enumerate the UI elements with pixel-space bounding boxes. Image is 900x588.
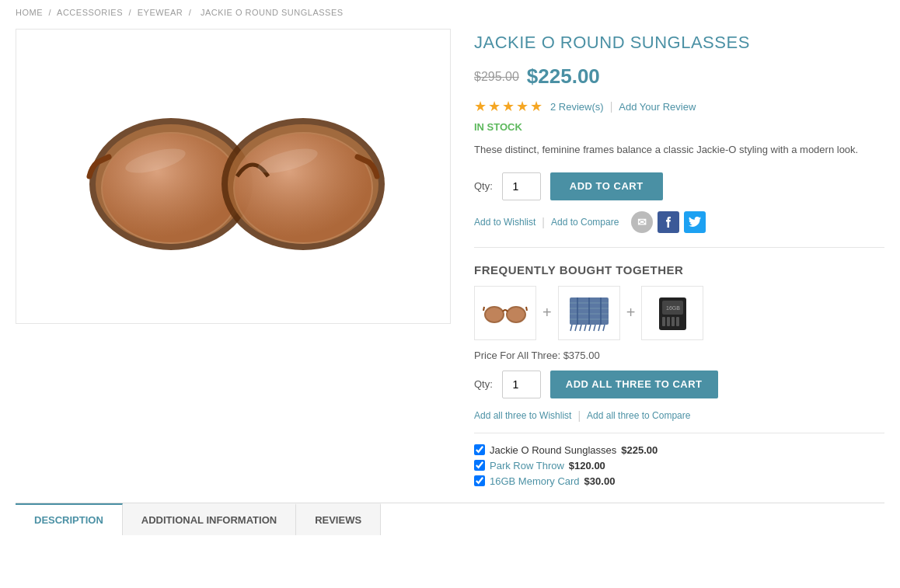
svg-text:16GB: 16GB <box>666 305 680 311</box>
fbt-plus-1: + <box>542 304 552 322</box>
tabs-section: DESCRIPTION ADDITIONAL INFORMATION REVIE… <box>16 503 884 535</box>
breadcrumb-eyewear[interactable]: EYEWEAR <box>138 8 183 17</box>
fbt-sunglasses-icon <box>482 297 528 329</box>
svg-line-24 <box>580 325 581 331</box>
svg-rect-32 <box>662 317 665 326</box>
breadcrumb-current: JACKIE O ROUND SUNGLASSES <box>201 8 344 17</box>
add-to-wishlist-link[interactable]: Add to Wishlist <box>474 217 535 228</box>
breadcrumb-sep-2: / <box>129 8 132 17</box>
tabs-nav: DESCRIPTION ADDITIONAL INFORMATION REVIE… <box>16 503 884 535</box>
email-share-icon[interactable]: ✉ <box>631 211 653 233</box>
fbt-checkbox-2[interactable] <box>474 460 485 471</box>
fbt-item-2-price: $120.00 <box>569 460 605 471</box>
price-wrap: $295.00 $225.00 <box>474 64 884 89</box>
product-layout: JACKIE O ROUND SUNGLASSES $295.00 $225.0… <box>16 29 884 487</box>
add-review-link[interactable]: Add Your Review <box>619 101 696 113</box>
breadcrumb-sep-1: / <box>49 8 52 17</box>
svg-line-23 <box>575 325 577 331</box>
svg-line-22 <box>570 325 572 331</box>
fbt-item-1 <box>474 286 536 340</box>
add-to-cart-button[interactable]: ADD TO CART <box>550 172 663 200</box>
fbt-title: FREQUENTLY BOUGHT TOGETHER <box>474 263 884 277</box>
breadcrumb-sep-3: / <box>189 8 192 17</box>
tab-reviews[interactable]: REVIEWS <box>296 503 381 535</box>
qty-cart-row: Qty: ADD TO CART <box>474 172 884 200</box>
fbt-action-links: Add all three to Wishlist | Add all thre… <box>474 409 884 433</box>
breadcrumb: HOME / ACCESSORIES / EYEWEAR / JACKIE O … <box>16 8 884 17</box>
svg-line-28 <box>598 325 600 331</box>
fbt-checkbox-row-2: Park Row Throw $120.00 <box>474 460 884 471</box>
product-info: JACKIE O ROUND SUNGLASSES $295.00 $225.0… <box>474 29 884 487</box>
breadcrumb-accessories[interactable]: ACCESSORIES <box>57 8 123 17</box>
fbt-price-row: Price For All Three: $375.00 <box>474 350 884 361</box>
facebook-share-icon[interactable] <box>658 211 679 233</box>
qty-input[interactable] <box>502 172 541 200</box>
fbt-item-2-link[interactable]: Park Row Throw <box>490 460 564 471</box>
fbt-section: FREQUENTLY BOUGHT TOGETHER <box>474 263 884 487</box>
fbt-products: + <box>474 286 884 340</box>
product-description: These distinct, feminine frames balance … <box>474 142 884 158</box>
fbt-throw-icon <box>566 294 612 332</box>
product-image-wrap <box>16 29 451 324</box>
product-title: JACKIE O ROUND SUNGLASSES <box>474 33 884 53</box>
review-separator: | <box>610 100 613 113</box>
svg-line-27 <box>594 325 595 331</box>
svg-rect-34 <box>672 317 675 326</box>
fbt-plus-2: + <box>626 304 636 322</box>
fbt-item-3-price: $30.00 <box>584 475 616 487</box>
fbt-item-3-link[interactable]: 16GB Memory Card <box>490 475 580 487</box>
svg-line-29 <box>603 325 605 331</box>
sunglasses-illustration <box>78 75 389 277</box>
price-new: $225.00 <box>527 64 600 89</box>
svg-rect-35 <box>676 317 679 326</box>
wishlist-compare-separator: | <box>542 216 545 228</box>
fbt-qty-row: Qty: ADD ALL THREE TO CART <box>474 371 884 398</box>
add-all-to-cart-button[interactable]: ADD ALL THREE TO CART <box>550 371 718 398</box>
fbt-checkbox-1[interactable] <box>474 444 485 455</box>
qty-label: Qty: <box>474 180 493 192</box>
page-wrapper: HOME / ACCESSORIES / EYEWEAR / JACKIE O … <box>0 0 900 543</box>
add-all-to-compare-link[interactable]: Add all three to Compare <box>587 410 690 421</box>
tab-description[interactable]: DESCRIPTION <box>16 503 123 535</box>
svg-line-25 <box>584 325 586 331</box>
fbt-item-2 <box>558 286 620 340</box>
review-count: 2 Review(s) <box>550 101 604 113</box>
add-to-compare-link[interactable]: Add to Compare <box>551 217 619 228</box>
stock-status: IN STOCK <box>474 121 884 133</box>
svg-point-11 <box>486 308 503 322</box>
fbt-qty-input[interactable] <box>502 371 541 398</box>
fbt-checkbox-3[interactable] <box>474 475 485 486</box>
fbt-link-separator: | <box>577 409 581 422</box>
twitter-share-icon[interactable] <box>684 211 706 233</box>
fbt-qty-label: Qty: <box>474 378 493 390</box>
star-rating: ★★★★★ <box>474 98 544 115</box>
fbt-item-1-price: $225.00 <box>621 444 658 456</box>
svg-rect-33 <box>667 317 670 326</box>
action-links: Add to Wishlist | Add to Compare ✉ <box>474 211 884 248</box>
svg-point-13 <box>508 308 525 322</box>
fbt-checkbox-row-3: 16GB Memory Card $30.00 <box>474 475 884 487</box>
tab-additional-info[interactable]: ADDITIONAL INFORMATION <box>123 503 296 535</box>
breadcrumb-home[interactable]: HOME <box>16 8 43 17</box>
fbt-item-1-name: Jackie O Round Sunglasses <box>490 444 616 456</box>
price-old: $295.00 <box>474 70 519 84</box>
fbt-checkboxes: Jackie O Round Sunglasses $225.00 Park R… <box>474 444 884 487</box>
product-image <box>32 45 434 308</box>
rating-wrap: ★★★★★ 2 Review(s) | Add Your Review <box>474 98 884 115</box>
social-icons: ✉ <box>631 211 706 233</box>
add-all-to-wishlist-link[interactable]: Add all three to Wishlist <box>474 410 571 421</box>
fbt-item-3: 16GB <box>641 286 703 340</box>
fbt-checkbox-row-1: Jackie O Round Sunglasses $225.00 <box>474 444 884 456</box>
fbt-memory-card-icon: 16GB <box>655 294 690 332</box>
svg-line-26 <box>589 325 591 331</box>
